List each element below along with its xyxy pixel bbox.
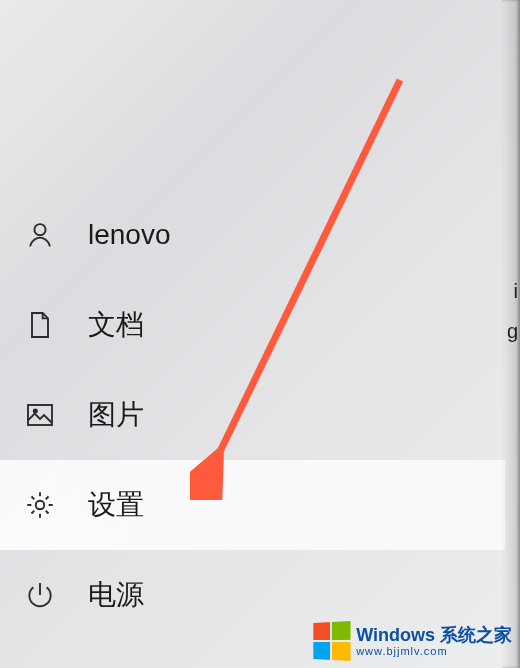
menu-label-power: 电源 (88, 576, 144, 614)
document-icon (20, 305, 60, 345)
picture-icon (20, 395, 60, 435)
menu-label-documents: 文档 (88, 306, 144, 344)
gear-icon (20, 485, 60, 525)
person-icon (20, 215, 60, 255)
menu-label-settings: 设置 (88, 486, 144, 524)
svg-point-1 (34, 224, 45, 235)
menu-item-user[interactable]: lenovo (0, 190, 505, 280)
right-shadow (502, 0, 520, 668)
menu-label-pictures: 图片 (88, 396, 144, 434)
watermark-title: Windows 系统之家 (356, 626, 512, 644)
menu-item-pictures[interactable]: 图片 (0, 370, 505, 460)
menu-label-user: lenovo (88, 219, 171, 251)
watermark-url: www.bjjmlv.com (356, 646, 512, 657)
power-icon (20, 575, 60, 615)
watermark: Windows 系统之家 www.bjjmlv.com (312, 622, 512, 660)
menu-item-settings[interactable]: 设置 (0, 460, 505, 550)
menu-item-documents[interactable]: 文档 (0, 280, 505, 370)
svg-point-3 (34, 409, 37, 412)
start-menu-left-rail: lenovo 文档 图片 设置 电源 (0, 190, 505, 640)
svg-point-4 (36, 501, 45, 510)
windows-logo-icon (313, 621, 350, 661)
svg-rect-2 (28, 405, 52, 425)
